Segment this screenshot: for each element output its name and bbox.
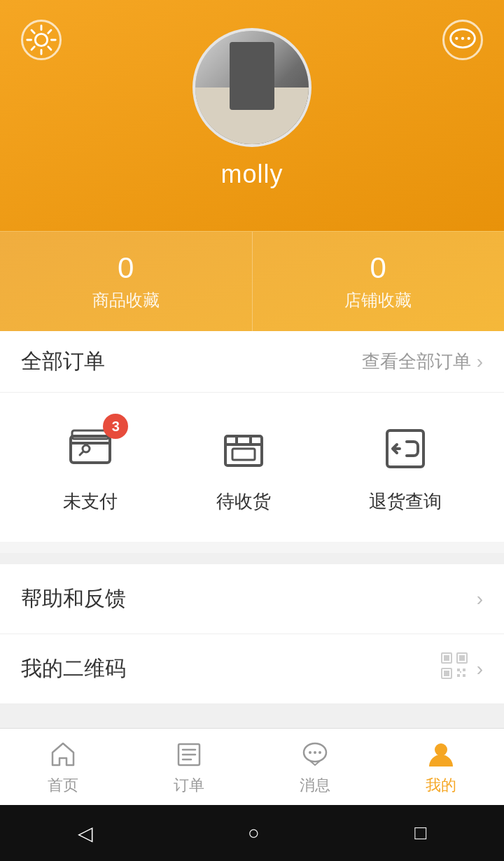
svg-rect-18 bbox=[463, 668, 465, 671]
pending-delivery-label: 待收货 bbox=[216, 489, 271, 514]
android-bar: ◁ ○ □ bbox=[0, 805, 504, 861]
order-icons-row: 3 未支付 待收货 退货查询 bbox=[0, 393, 504, 542]
help-feedback-label: 帮助和反馈 bbox=[21, 584, 126, 613]
profile-section: molly bbox=[0, 0, 504, 231]
svg-rect-14 bbox=[459, 655, 465, 661]
svg-point-26 bbox=[318, 751, 321, 754]
orders-header: 全部订单 查看全部订单 › bbox=[0, 331, 504, 393]
username: molly bbox=[220, 160, 283, 189]
svg-point-27 bbox=[435, 743, 447, 756]
store-favorites-label: 店铺收藏 bbox=[344, 289, 412, 312]
svg-point-25 bbox=[314, 751, 316, 754]
chevron-right-icon: › bbox=[477, 351, 483, 373]
unpaid-label: 未支付 bbox=[63, 489, 118, 514]
unpaid-badge: 3 bbox=[103, 414, 128, 439]
section-divider bbox=[0, 553, 504, 564]
svg-point-2 bbox=[455, 37, 458, 40]
chevron-right-icon-qr: › bbox=[477, 658, 483, 680]
nav-orders-label: 订单 bbox=[174, 775, 204, 796]
svg-rect-19 bbox=[457, 674, 460, 677]
return-query-item[interactable]: 退货查询 bbox=[369, 421, 442, 514]
svg-rect-20 bbox=[463, 674, 465, 677]
chat-button[interactable] bbox=[442, 20, 483, 60]
qr-icon bbox=[440, 652, 468, 686]
return-query-label: 退货查询 bbox=[369, 489, 442, 514]
svg-rect-17 bbox=[457, 668, 460, 671]
back-button[interactable]: ◁ bbox=[78, 822, 93, 845]
settings-button[interactable] bbox=[21, 20, 62, 60]
menu-section: 帮助和反馈 › 我的二维码 bbox=[0, 564, 504, 704]
svg-point-0 bbox=[35, 34, 47, 46]
orders-title: 全部订单 bbox=[21, 347, 105, 376]
wallet-icon-wrap: 3 bbox=[62, 421, 118, 477]
nav-orders[interactable]: 订单 bbox=[126, 729, 252, 805]
box-icon-wrap bbox=[216, 421, 272, 477]
nav-home[interactable]: 首页 bbox=[0, 729, 126, 805]
help-feedback-right: › bbox=[477, 588, 483, 610]
nav-messages[interactable]: 消息 bbox=[252, 729, 378, 805]
recent-button[interactable]: □ bbox=[414, 822, 426, 844]
my-qrcode-item[interactable]: 我的二维码 › bbox=[0, 634, 504, 704]
nav-messages-label: 消息 bbox=[300, 775, 330, 796]
help-feedback-item[interactable]: 帮助和反馈 › bbox=[0, 564, 504, 634]
my-qrcode-label: 我的二维码 bbox=[21, 654, 126, 683]
svg-rect-16 bbox=[444, 671, 449, 676]
svg-point-3 bbox=[461, 37, 464, 40]
view-all-label: 查看全部订单 bbox=[362, 349, 471, 374]
home-icon bbox=[47, 738, 79, 771]
svg-rect-8 bbox=[225, 436, 262, 465]
nav-mine[interactable]: 我的 bbox=[378, 729, 504, 805]
goods-favorites[interactable]: 0 商品收藏 bbox=[0, 232, 252, 331]
unpaid-order-item[interactable]: 3 未支付 bbox=[62, 421, 118, 514]
pending-delivery-item[interactable]: 待收货 bbox=[216, 421, 272, 514]
chevron-right-icon: › bbox=[477, 588, 483, 610]
message-icon bbox=[299, 738, 331, 771]
svg-point-24 bbox=[309, 751, 312, 754]
svg-rect-21 bbox=[460, 671, 461, 673]
svg-rect-12 bbox=[444, 655, 449, 661]
avatar[interactable] bbox=[192, 28, 312, 147]
view-all-orders-button[interactable]: 查看全部订单 › bbox=[362, 349, 483, 374]
svg-rect-9 bbox=[232, 449, 255, 460]
home-button[interactable]: ○ bbox=[248, 822, 260, 844]
goods-favorites-count: 0 bbox=[118, 251, 134, 285]
goods-favorites-label: 商品收藏 bbox=[92, 289, 160, 312]
return-icon-wrap bbox=[377, 421, 433, 477]
my-qrcode-right: › bbox=[440, 652, 483, 686]
stats-section: 0 商品收藏 0 店铺收藏 bbox=[0, 231, 504, 331]
user-icon bbox=[425, 738, 457, 771]
nav-home-label: 首页 bbox=[48, 775, 78, 796]
nav-mine-label: 我的 bbox=[426, 775, 456, 796]
bottom-nav: 首页 订单 消息 我的 bbox=[0, 728, 504, 805]
store-favorites[interactable]: 0 店铺收藏 bbox=[252, 232, 505, 331]
svg-point-4 bbox=[468, 37, 470, 40]
store-favorites-count: 0 bbox=[370, 251, 386, 285]
order-icon bbox=[173, 738, 205, 771]
